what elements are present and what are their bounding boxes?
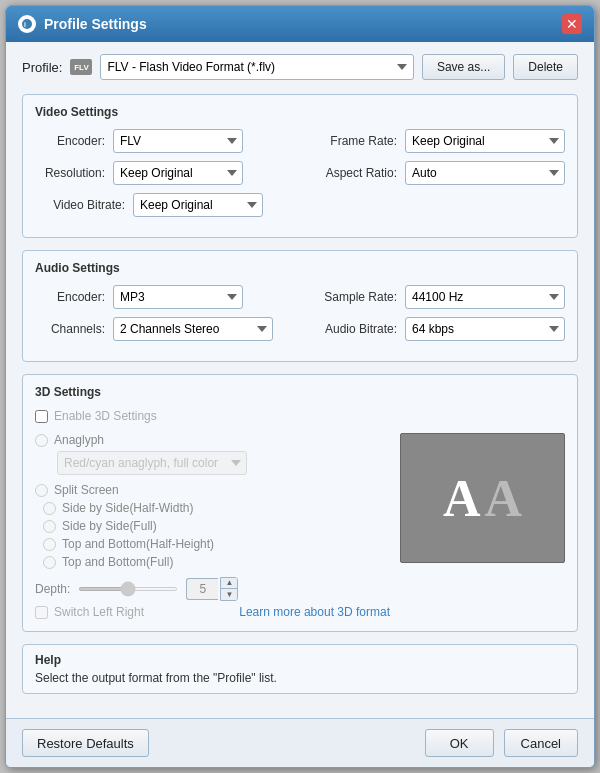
save-as-button[interactable]: Save as... (422, 54, 505, 80)
bottom-bar: Restore Defaults OK Cancel (6, 718, 594, 767)
top-full-radio[interactable] (43, 556, 56, 569)
resolution-select[interactable]: Keep Original (113, 161, 243, 185)
video-bitrate-label: Video Bitrate: (35, 198, 125, 212)
audio-bitrate-select[interactable]: 64 kbps (405, 317, 565, 341)
3d-settings-title: 3D Settings (35, 385, 565, 399)
split-screen-options: Side by Side(Half-Width) Side by Side(Fu… (43, 501, 390, 569)
audio-encoder-label: Encoder: (35, 290, 105, 304)
sample-rate-select[interactable]: 44100 Hz (405, 285, 565, 309)
depth-slider[interactable] (78, 587, 178, 591)
split-screen-row: Split Screen (35, 483, 390, 497)
frame-rate-select[interactable]: Keep Original (405, 129, 565, 153)
enable-3d-row: Enable 3D Settings (35, 409, 565, 423)
side-full-label: Side by Side(Full) (62, 519, 157, 533)
audio-encoder-row: Encoder: MP3 Sample Rate: 44100 Hz (35, 285, 565, 309)
channels-label: Channels: (35, 322, 105, 336)
video-bitrate-row: Video Bitrate: Keep Original (35, 193, 565, 217)
side-half-row: Side by Side(Half-Width) (43, 501, 390, 515)
switch-left-right-checkbox[interactable] (35, 606, 48, 619)
anaglyph-select[interactable]: Red/cyan anaglyph, full color (57, 451, 247, 475)
dialog-title: Profile Settings (44, 16, 147, 32)
anaglyph-radio[interactable] (35, 434, 48, 447)
audio-encoder-select[interactable]: MP3 (113, 285, 243, 309)
encoder-label: Encoder: (35, 134, 105, 148)
top-full-label: Top and Bottom(Full) (62, 555, 173, 569)
top-full-row: Top and Bottom(Full) (43, 555, 390, 569)
preview-a2: A (485, 469, 523, 528)
switch-label: Switch Left Right (54, 605, 144, 619)
flv-icon: FLV (70, 59, 92, 75)
switch-row: Switch Left Right Learn more about 3D fo… (35, 605, 390, 619)
profile-settings-dialog: i Profile Settings ✕ Profile: FLV FLV - … (5, 5, 595, 768)
audio-settings-title: Audio Settings (35, 261, 565, 275)
depth-spin-buttons: ▲ ▼ (220, 577, 238, 601)
learn-more-link[interactable]: Learn more about 3D format (239, 605, 390, 619)
3d-left-panel: Anaglyph Red/cyan anaglyph, full color S… (35, 433, 390, 619)
top-half-row: Top and Bottom(Half-Height) (43, 537, 390, 551)
dialog-content: Profile: FLV FLV - Flash Video Format (*… (6, 42, 594, 718)
enable-3d-label: Enable 3D Settings (54, 409, 157, 423)
3d-main-content: Anaglyph Red/cyan anaglyph, full color S… (35, 433, 565, 619)
enable-3d-checkbox[interactable] (35, 410, 48, 423)
restore-defaults-button[interactable]: Restore Defaults (22, 729, 149, 757)
bottom-right-buttons: OK Cancel (425, 729, 578, 757)
depth-spin: ▲ ▼ (186, 577, 238, 601)
help-text: Select the output format from the "Profi… (35, 671, 565, 685)
audio-settings-section: Audio Settings Encoder: MP3 Sample Rate:… (22, 250, 578, 362)
profile-row: Profile: FLV FLV - Flash Video Format (*… (22, 54, 578, 80)
frame-rate-label: Frame Rate: (317, 134, 397, 148)
side-half-radio[interactable] (43, 502, 56, 515)
split-screen-radio[interactable] (35, 484, 48, 497)
anaglyph-label: Anaglyph (54, 433, 104, 447)
depth-down-button[interactable]: ▼ (221, 589, 237, 600)
split-screen-label: Split Screen (54, 483, 119, 497)
title-bar: i Profile Settings ✕ (6, 6, 594, 42)
delete-button[interactable]: Delete (513, 54, 578, 80)
title-bar-left: i Profile Settings (18, 15, 147, 33)
aspect-ratio-select[interactable]: Auto (405, 161, 565, 185)
video-bitrate-select[interactable]: Keep Original (133, 193, 263, 217)
side-half-label: Side by Side(Half-Width) (62, 501, 193, 515)
help-title: Help (35, 653, 565, 667)
resolution-row: Resolution: Keep Original Aspect Ratio: … (35, 161, 565, 185)
depth-label: Depth: (35, 582, 70, 596)
help-section: Help Select the output format from the "… (22, 644, 578, 694)
3d-settings-section: 3D Settings Enable 3D Settings Anaglyph … (22, 374, 578, 632)
depth-row: Depth: ▲ ▼ (35, 577, 390, 601)
anaglyph-row: Anaglyph (35, 433, 390, 447)
encoder-select[interactable]: FLV (113, 129, 243, 153)
side-full-row: Side by Side(Full) (43, 519, 390, 533)
3d-preview: A A (400, 433, 565, 563)
close-button[interactable]: ✕ (562, 14, 582, 34)
profile-label: Profile: (22, 60, 62, 75)
top-half-label: Top and Bottom(Half-Height) (62, 537, 214, 551)
app-icon: i (18, 15, 36, 33)
channels-row: Channels: 2 Channels Stereo Audio Bitrat… (35, 317, 565, 341)
video-settings-section: Video Settings Encoder: FLV Frame Rate: … (22, 94, 578, 238)
side-full-radio[interactable] (43, 520, 56, 533)
top-half-radio[interactable] (43, 538, 56, 551)
profile-select[interactable]: FLV - Flash Video Format (*.flv) (100, 54, 413, 80)
ok-button[interactable]: OK (425, 729, 494, 757)
svg-text:i: i (24, 21, 26, 28)
depth-up-button[interactable]: ▲ (221, 578, 237, 589)
preview-a1: A (443, 469, 481, 528)
resolution-label: Resolution: (35, 166, 105, 180)
audio-bitrate-label: Audio Bitrate: (307, 322, 397, 336)
sample-rate-label: Sample Rate: (307, 290, 397, 304)
cancel-button[interactable]: Cancel (504, 729, 578, 757)
depth-input[interactable] (186, 578, 218, 600)
aspect-ratio-label: Aspect Ratio: (317, 166, 397, 180)
channels-select[interactable]: 2 Channels Stereo (113, 317, 273, 341)
video-settings-title: Video Settings (35, 105, 565, 119)
encoder-row: Encoder: FLV Frame Rate: Keep Original (35, 129, 565, 153)
